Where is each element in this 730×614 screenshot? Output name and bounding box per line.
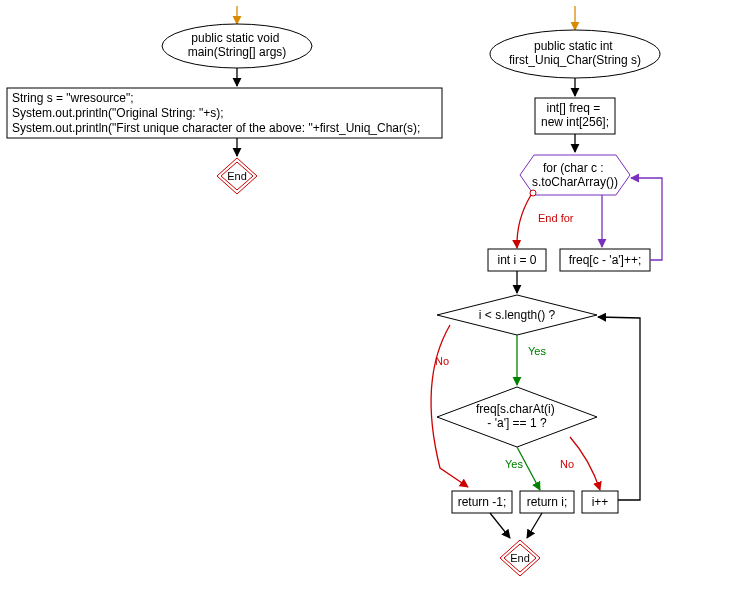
return-neg-label: return -1; bbox=[458, 495, 507, 509]
end-label-left: End bbox=[227, 170, 247, 182]
end-label-right: End bbox=[510, 552, 530, 564]
ipp-label: i++ bbox=[592, 495, 609, 509]
main-entry-line2: main(String[] args) bbox=[188, 45, 287, 59]
yes-label-1: Yes bbox=[528, 345, 546, 357]
end-node-left: End bbox=[217, 158, 257, 194]
body-line1: String s = "wresource"; bbox=[12, 91, 134, 105]
alloc-l2: new int[256]; bbox=[541, 115, 609, 129]
svg-text:int[] freq =
    new int[256];: int[] freq = new int[256]; bbox=[541, 101, 609, 129]
cond-freq-l1: freq[s.charAt(i) bbox=[476, 402, 555, 416]
init-i-label: int i = 0 bbox=[497, 253, 536, 267]
end-node-right: End bbox=[500, 540, 540, 576]
for-l1: for (char c : bbox=[543, 161, 604, 175]
cond-freq-l2: - 'a'] == 1 ? bbox=[487, 416, 547, 430]
yes-label-2: Yes bbox=[505, 458, 523, 470]
body-line3: System.out.println("First unique charact… bbox=[12, 121, 420, 135]
svg-text:freq[s.charAt(i)
    - 'a'] ==: freq[s.charAt(i) - 'a'] == 1 ? bbox=[476, 402, 558, 430]
svg-text:public static void
    main(St: public static void main(String[] args) bbox=[188, 31, 287, 59]
alloc-l1: int[] freq = bbox=[546, 101, 600, 115]
body-line2: System.out.println("Original String: "+s… bbox=[12, 106, 224, 120]
no-label-2: No bbox=[560, 458, 574, 470]
cond-length-label: i < s.length() ? bbox=[479, 308, 556, 322]
endfor-label: End for bbox=[538, 212, 574, 224]
return-i-label: return i; bbox=[527, 495, 568, 509]
freq-inc-label: freq[c - 'a']++; bbox=[569, 253, 642, 267]
no-label-1: No bbox=[435, 355, 449, 367]
main-entry-line1: public static void bbox=[191, 31, 279, 45]
func-entry-l2: first_Uniq_Char(String s) bbox=[509, 53, 641, 67]
func-entry-l1: public static int bbox=[534, 39, 613, 53]
svg-text:for (char c :
    s.toCharArra: for (char c : s.toCharArray()) bbox=[532, 161, 618, 189]
for-l2: s.toCharArray()) bbox=[532, 175, 618, 189]
